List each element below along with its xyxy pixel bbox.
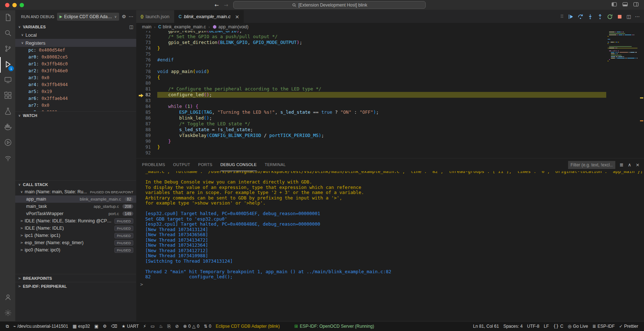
status-item-problems[interactable]: ⊗0△0 xyxy=(181,322,202,331)
register-row[interactable]: ar7: 0x0 xyxy=(15,102,136,109)
start-debug-icon[interactable]: ▶ xyxy=(60,15,62,19)
activity-item-remote-explorer[interactable] xyxy=(0,73,15,88)
status-item-clean[interactable]: ⌫ xyxy=(109,322,120,331)
gutter[interactable]: 74 xyxy=(136,45,157,51)
debug-toolbar-drag-handle[interactable]: ⠿ xyxy=(560,14,564,19)
status-item-go-live[interactable]: ◎Go Live xyxy=(566,322,590,331)
status-item-cursor-position[interactable]: Ln 81, Col 61 xyxy=(471,322,501,331)
toggle-panel-icon[interactable] xyxy=(622,1,628,8)
code-line[interactable]: 88 s_led_state = !s_led_state; xyxy=(136,127,606,133)
register-row[interactable]: pc: 0x400d54ef xyxy=(15,47,136,54)
tab-blink-example-main[interactable]: C blink_example_main.c × xyxy=(174,10,244,23)
gutter[interactable]: 76 xyxy=(136,57,157,63)
tab-launch-json[interactable]: {} launch.json xyxy=(136,10,174,23)
activity-item-run-and-debug[interactable]: 1 xyxy=(0,57,15,73)
code-line[interactable]: 75 xyxy=(136,51,606,57)
watch-section-header[interactable]: ∨ WATCH xyxy=(15,111,136,119)
register-row[interactable]: ar4: 0x3ffb4944 xyxy=(15,81,136,88)
code-text[interactable] xyxy=(157,98,606,104)
code-line[interactable]: 78void app_main(void) xyxy=(136,69,606,74)
code-line[interactable]: 80 xyxy=(136,80,606,86)
panel-tab-terminal[interactable]: TERMINAL xyxy=(265,158,286,171)
status-item-build[interactable]: ⚙ xyxy=(101,322,109,331)
thread-row[interactable]: >ipc1 (Name: ipc1)PAUSED xyxy=(15,232,136,239)
register-row[interactable]: ar6: 0x3ffaeb44 xyxy=(15,95,136,102)
register-row[interactable]: ar2: 0x3ffb46e0 xyxy=(15,68,136,74)
code-line[interactable]: 74} xyxy=(136,45,606,51)
code-line[interactable]: 82 configure_led(); xyxy=(136,92,606,98)
breadcrumb-file[interactable]: C blink_example_main.c xyxy=(158,24,206,29)
status-item-monitor[interactable]: ▭ xyxy=(148,322,157,331)
scope-local[interactable]: ∨ Local xyxy=(15,31,136,39)
views-more-actions-icon[interactable]: ⋯ xyxy=(129,14,133,19)
close-window-button[interactable] xyxy=(5,3,9,7)
variables-section-header[interactable]: ∨ VARIABLES ◫ xyxy=(15,23,136,31)
debug-stop-button[interactable] xyxy=(617,14,623,20)
peripheral-section-header[interactable]: > ESP-IDF: PERIPHERAL xyxy=(15,282,136,290)
code-text[interactable]: /* Set the GPIO as a push/pull output */ xyxy=(157,34,606,40)
minimap[interactable] xyxy=(606,31,639,158)
gutter[interactable]: 89 xyxy=(136,133,157,138)
code-line[interactable]: 76#endif xyxy=(136,57,606,63)
code-line[interactable]: 73 gpio_set_direction(BLINK_GPIO, GPIO_M… xyxy=(136,40,606,45)
code-line[interactable]: 86 blink_led(); xyxy=(136,115,606,121)
register-row[interactable]: ar5: 0x19 xyxy=(15,88,136,95)
thread-row[interactable]: >IDLE (Name: IDLE, State: Running @CPU1)… xyxy=(15,217,136,225)
debug-console-output[interactable]: _main.c", "fullname": "/Users/brianignac… xyxy=(136,171,644,280)
status-item-debug-session[interactable]: Eclipse CDT GDB Adapter (blink) xyxy=(214,322,282,331)
gutter[interactable]: 87 xyxy=(136,121,157,127)
close-tab-icon[interactable]: × xyxy=(235,14,239,20)
gutter[interactable]: 78 xyxy=(136,69,157,74)
stack-frame-row[interactable]: vPortTaskWrapperport.c149 xyxy=(15,210,136,217)
debug-restart-button[interactable] xyxy=(607,14,613,20)
code-text[interactable]: configure_led(); xyxy=(157,92,606,98)
code-line[interactable]: 72 /* Set the GPIO as a push/pull output… xyxy=(136,34,606,40)
register-row[interactable]: ar1: 0x3ffb46c0 xyxy=(15,61,136,68)
status-item-eol[interactable]: LF xyxy=(542,322,551,331)
status-item-open-docs[interactable]: ⎘ xyxy=(165,322,173,331)
code-text[interactable]: while (1) { xyxy=(157,104,606,109)
status-item-remote-window[interactable]: ⧉ xyxy=(4,322,11,331)
code-line[interactable]: 84 while (1) { xyxy=(136,104,606,109)
thread-row[interactable]: ∨main (Name: main, State: Ru...PAUSED ON… xyxy=(15,188,136,195)
gutter[interactable]: 91 xyxy=(136,144,157,150)
breadcrumb-symbol[interactable]: app_main(void) xyxy=(212,24,248,29)
code-line[interactable]: 79{ xyxy=(136,74,606,80)
activity-item-search[interactable] xyxy=(0,26,15,41)
code-text[interactable]: { xyxy=(157,74,606,80)
overview-ruler[interactable] xyxy=(639,31,644,158)
activity-item-explorer[interactable] xyxy=(0,10,15,26)
status-openocd-server[interactable]: ⊞ESP-IDF: OpenOCD Server (Running) xyxy=(291,322,377,331)
activity-item-source-control[interactable] xyxy=(0,41,15,57)
status-item-uart-monitor[interactable]: ★UART xyxy=(120,322,141,331)
debug-settings-gear-icon[interactable]: ⚙ xyxy=(122,14,126,19)
breadcrumb-folder[interactable]: main xyxy=(142,24,151,29)
debug-step-out-button[interactable] xyxy=(597,14,603,20)
code-line[interactable]: 85 ESP_LOGI(TAG, "Turning the LED %s!", … xyxy=(136,109,606,115)
code-text[interactable]: /* Configure the peripheral according to… xyxy=(157,86,606,92)
gutter[interactable]: 85 xyxy=(136,109,157,115)
gutter[interactable]: 84 xyxy=(136,104,157,109)
panel-tab-ports[interactable]: PORTS xyxy=(198,158,212,171)
status-item-indentation[interactable]: Spaces: 4 xyxy=(501,322,525,331)
stack-frame-row[interactable]: main_taskapp_startup.c208 xyxy=(15,203,136,210)
status-item-prettier[interactable]: ✓Prettier xyxy=(617,322,640,331)
code-text[interactable]: void app_main(void) xyxy=(157,69,606,74)
zoom-window-button[interactable] xyxy=(20,3,24,7)
stack-frame-row[interactable]: app_mainblink_example_main.c82 xyxy=(15,195,136,203)
status-item-language-mode[interactable]: {}C xyxy=(551,322,566,331)
code-text[interactable] xyxy=(157,80,606,86)
activity-item-accounts[interactable] xyxy=(0,290,15,306)
gutter[interactable]: 73 xyxy=(136,40,157,45)
code-line[interactable]: 91} xyxy=(136,144,606,150)
debug-step-over-button[interactable] xyxy=(578,14,583,20)
gutter[interactable]: 88 xyxy=(136,127,157,133)
gutter[interactable]: 77 xyxy=(136,63,157,69)
panel-tab-output[interactable]: OUTPUT xyxy=(173,158,190,171)
code-editor[interactable]: 71 gpio_reset_pin(BLINK_GPIO);72 /* Set … xyxy=(136,31,644,158)
thread-row[interactable]: >IDLE (Name: IDLE)PAUSED xyxy=(15,225,136,232)
breakpoints-section-header[interactable]: > BREAKPOINTS xyxy=(15,274,136,282)
code-line[interactable]: 90 } xyxy=(136,138,606,144)
status-item-flash-method[interactable]: ▣ xyxy=(92,322,101,331)
debug-console-input[interactable]: > xyxy=(136,280,644,288)
